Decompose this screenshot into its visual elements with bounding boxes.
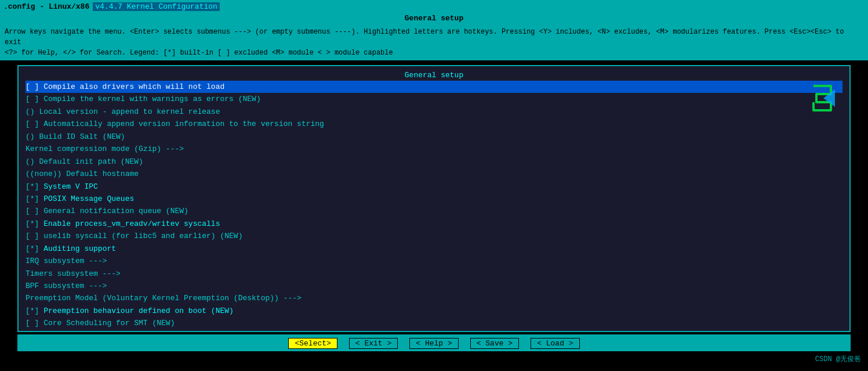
help-line2: <?> for Help, </> for Search. Legend: [*… <box>5 48 863 58</box>
help-text: Arrow keys navigate the menu. <Enter> se… <box>0 24 868 60</box>
help-button[interactable]: < Help > <box>409 338 458 349</box>
general-setup-title: General setup <box>26 70 842 81</box>
menu-item-4[interactable]: [ ] Automatically append version informa… <box>26 118 842 130</box>
menu-item-19[interactable]: [*] Preemption behaviour defined on boot… <box>26 305 842 317</box>
menu-item-20[interactable]: [ ] Core Scheduling for SMT (NEW) <box>26 317 842 329</box>
bottom-bar: CSDN @无俊爸 <box>0 351 868 366</box>
title-bar: .config - Linux/x86 v4.4.7 Kernel Config… <box>0 0 868 13</box>
menu-item-9[interactable]: [*] System V IPC <box>26 181 842 193</box>
menu-item-17[interactable]: BPF subsystem ---> <box>26 280 842 292</box>
menu-item-7[interactable]: () Default init path (NEW) <box>26 156 842 168</box>
menu-item-13[interactable]: [ ] uselib syscall (for libc5 and earlie… <box>26 230 842 242</box>
menu-item-10[interactable]: [*] POSIX Message Queues <box>26 193 842 205</box>
menu-item-3[interactable]: () Local version - append to kernel rele… <box>26 106 842 118</box>
menu-item-1[interactable]: [ ] Compile also drivers which will not … <box>26 81 842 93</box>
menu-item-5[interactable]: () Build ID Salt (NEW) <box>26 131 842 143</box>
menu-item-18[interactable]: Preemption Model (Voluntary Kernel Preem… <box>26 292 842 304</box>
menu-item-2[interactable]: [ ] Compile the kernel with warnings as … <box>26 93 842 105</box>
save-button[interactable]: < Save > <box>470 338 519 349</box>
menu-item-8[interactable]: ((none)) Default hostname <box>26 168 842 180</box>
menu-item-6[interactable]: Kernel compression mode (Gzip) ---> <box>26 143 842 155</box>
svg-marker-1 <box>823 89 835 107</box>
load-button[interactable]: < Load > <box>531 338 579 349</box>
main-area: General setup [ ] Compile also drivers w… <box>17 65 851 332</box>
menu-item-15[interactable]: IRQ subsystem ---> <box>26 255 842 267</box>
menu-item-16[interactable]: Timers subsystem ---> <box>26 268 842 280</box>
menu-item-11[interactable]: [ ] General notification queue (NEW) <box>26 205 842 217</box>
exit-button[interactable]: < Exit > <box>349 338 398 349</box>
subtitle-label: General setup <box>405 14 463 23</box>
logo-area <box>809 84 838 115</box>
logo-icon <box>809 84 838 113</box>
help-line1: Arrow keys navigate the menu. <Enter> se… <box>5 27 863 48</box>
config-label: .config - Linux/x86 <box>3 2 89 11</box>
bottom-label: CSDN @无俊爸 <box>815 354 861 364</box>
menu-item-12[interactable]: [*] Enable process_vm_readv/writev sysca… <box>26 218 842 230</box>
select-button[interactable]: <Select> <box>288 338 337 349</box>
menu-item-14[interactable]: [*] Auditing support <box>26 243 842 255</box>
kernel-config-label: v4.4.7 Kernel Configuration <box>93 2 220 11</box>
menu-content: [ ] Compile also drivers which will not … <box>26 81 842 332</box>
menu-item-21[interactable]: CPU/Task time and stats accounting ---> <box>26 330 842 332</box>
subtitle-bar: General setup <box>0 13 868 24</box>
button-bar: <Select> < Exit > < Help > < Save > < Lo… <box>17 334 851 351</box>
